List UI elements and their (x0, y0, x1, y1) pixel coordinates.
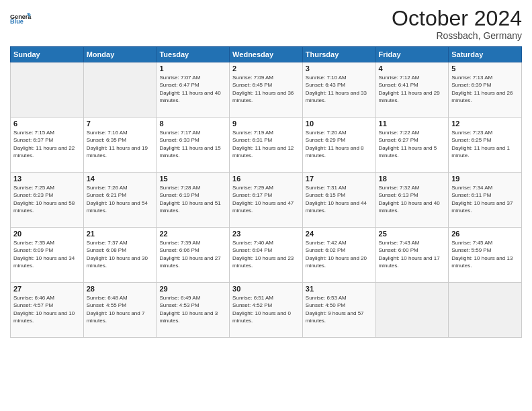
logo-svg: General Blue (10, 7, 32, 31)
day-number: 29 (159, 285, 226, 293)
day-number: 28 (87, 285, 154, 293)
day-info: Sunrise: 7:28 AM Sunset: 6:19 PM Dayligh… (159, 184, 226, 214)
table-cell: 14Sunrise: 7:26 AM Sunset: 6:21 PM Dayli… (83, 173, 157, 228)
table-cell: 3Sunrise: 7:10 AM Sunset: 6:43 PM Daylig… (302, 62, 375, 118)
day-number: 10 (306, 120, 373, 128)
table-cell: 27Sunrise: 6:46 AM Sunset: 4:57 PM Dayli… (11, 283, 84, 338)
day-info: Sunrise: 7:10 AM Sunset: 6:43 PM Dayligh… (306, 74, 373, 104)
table-cell: 19Sunrise: 7:34 AM Sunset: 6:11 PM Dayli… (449, 173, 522, 228)
col-friday: Friday (375, 47, 449, 62)
title-block: October 2024 Rossbach, Germany (392, 7, 522, 41)
day-number: 18 (379, 175, 446, 183)
table-cell: 16Sunrise: 7:29 AM Sunset: 6:17 PM Dayli… (230, 173, 303, 228)
day-info: Sunrise: 6:48 AM Sunset: 4:55 PM Dayligh… (87, 294, 154, 324)
table-cell: 18Sunrise: 7:32 AM Sunset: 6:13 PM Dayli… (375, 173, 449, 228)
day-info: Sunrise: 7:42 AM Sunset: 6:02 PM Dayligh… (306, 239, 373, 269)
page: General Blue October 2024 Rossbach, Germ… (0, 0, 532, 411)
table-cell: 12Sunrise: 7:23 AM Sunset: 6:25 PM Dayli… (449, 118, 522, 173)
day-number: 20 (13, 230, 81, 238)
day-info: Sunrise: 7:13 AM Sunset: 6:39 PM Dayligh… (451, 74, 519, 104)
day-info: Sunrise: 7:37 AM Sunset: 6:08 PM Dayligh… (87, 239, 154, 269)
table-cell: 25Sunrise: 7:43 AM Sunset: 6:00 PM Dayli… (375, 228, 449, 283)
day-number: 8 (159, 120, 226, 128)
day-number: 30 (232, 285, 300, 293)
day-number: 22 (159, 230, 226, 238)
day-info: Sunrise: 7:17 AM Sunset: 6:33 PM Dayligh… (159, 129, 226, 159)
day-number: 19 (451, 175, 519, 183)
day-info: Sunrise: 7:39 AM Sunset: 6:06 PM Dayligh… (159, 239, 226, 269)
table-cell (83, 62, 157, 118)
col-wednesday: Wednesday (230, 47, 303, 62)
table-cell (449, 283, 522, 338)
table-cell (375, 283, 449, 338)
day-number: 9 (232, 120, 300, 128)
table-cell: 30Sunrise: 6:51 AM Sunset: 4:52 PM Dayli… (230, 283, 303, 338)
day-number: 14 (87, 175, 154, 183)
table-cell: 28Sunrise: 6:48 AM Sunset: 4:55 PM Dayli… (83, 283, 157, 338)
day-info: Sunrise: 7:16 AM Sunset: 6:35 PM Dayligh… (87, 129, 154, 159)
day-number: 25 (379, 230, 446, 238)
table-cell: 31Sunrise: 6:53 AM Sunset: 4:50 PM Dayli… (302, 283, 375, 338)
day-number: 31 (306, 285, 373, 293)
day-info: Sunrise: 7:22 AM Sunset: 6:27 PM Dayligh… (379, 129, 446, 159)
day-number: 27 (13, 285, 81, 293)
day-info: Sunrise: 7:29 AM Sunset: 6:17 PM Dayligh… (232, 184, 300, 214)
day-number: 5 (451, 64, 519, 73)
day-number: 3 (306, 64, 373, 73)
day-info: Sunrise: 7:34 AM Sunset: 6:11 PM Dayligh… (451, 184, 519, 214)
col-sunday: Sunday (11, 47, 84, 62)
table-cell: 10Sunrise: 7:20 AM Sunset: 6:29 PM Dayli… (302, 118, 375, 173)
table-cell: 6Sunrise: 7:15 AM Sunset: 6:37 PM Daylig… (11, 118, 84, 173)
day-number: 1 (159, 64, 226, 73)
day-number: 16 (232, 175, 300, 183)
day-number: 24 (306, 230, 373, 238)
table-cell: 7Sunrise: 7:16 AM Sunset: 6:35 PM Daylig… (83, 118, 157, 173)
col-saturday: Saturday (449, 47, 522, 62)
day-info: Sunrise: 7:32 AM Sunset: 6:13 PM Dayligh… (379, 184, 446, 214)
table-cell: 5Sunrise: 7:13 AM Sunset: 6:39 PM Daylig… (449, 62, 522, 118)
table-cell: 4Sunrise: 7:12 AM Sunset: 6:41 PM Daylig… (375, 62, 449, 118)
day-info: Sunrise: 7:40 AM Sunset: 6:04 PM Dayligh… (232, 239, 300, 269)
table-cell: 1Sunrise: 7:07 AM Sunset: 6:47 PM Daylig… (157, 62, 230, 118)
table-cell: 21Sunrise: 7:37 AM Sunset: 6:08 PM Dayli… (83, 228, 157, 283)
day-number: 12 (451, 120, 519, 128)
day-number: 21 (87, 230, 154, 238)
day-number: 17 (306, 175, 373, 183)
day-info: Sunrise: 6:51 AM Sunset: 4:52 PM Dayligh… (232, 294, 300, 324)
month-title: October 2024 (392, 7, 522, 30)
day-info: Sunrise: 7:25 AM Sunset: 6:23 PM Dayligh… (13, 184, 81, 214)
table-cell: 13Sunrise: 7:25 AM Sunset: 6:23 PM Dayli… (11, 173, 84, 228)
day-number: 26 (451, 230, 519, 238)
table-cell: 11Sunrise: 7:22 AM Sunset: 6:27 PM Dayli… (375, 118, 449, 173)
day-info: Sunrise: 7:23 AM Sunset: 6:25 PM Dayligh… (451, 129, 519, 159)
table-cell: 2Sunrise: 7:09 AM Sunset: 6:45 PM Daylig… (230, 62, 303, 118)
day-info: Sunrise: 7:12 AM Sunset: 6:41 PM Dayligh… (379, 74, 446, 104)
day-number: 2 (232, 64, 300, 73)
day-info: Sunrise: 6:49 AM Sunset: 4:53 PM Dayligh… (159, 294, 226, 324)
table-cell: 26Sunrise: 7:45 AM Sunset: 5:59 PM Dayli… (449, 228, 522, 283)
day-info: Sunrise: 7:15 AM Sunset: 6:37 PM Dayligh… (13, 129, 81, 159)
table-cell: 23Sunrise: 7:40 AM Sunset: 6:04 PM Dayli… (230, 228, 303, 283)
day-info: Sunrise: 7:19 AM Sunset: 6:31 PM Dayligh… (232, 129, 300, 159)
day-number: 6 (13, 120, 81, 128)
day-number: 13 (13, 175, 81, 183)
day-info: Sunrise: 7:20 AM Sunset: 6:29 PM Dayligh… (306, 129, 373, 159)
svg-text:Blue: Blue (10, 18, 24, 25)
col-tuesday: Tuesday (157, 47, 230, 62)
day-number: 4 (379, 64, 446, 73)
table-cell: 20Sunrise: 7:35 AM Sunset: 6:09 PM Dayli… (11, 228, 84, 283)
col-thursday: Thursday (302, 47, 375, 62)
location: Rossbach, Germany (392, 30, 522, 41)
table-cell: 15Sunrise: 7:28 AM Sunset: 6:19 PM Dayli… (157, 173, 230, 228)
day-info: Sunrise: 7:45 AM Sunset: 5:59 PM Dayligh… (451, 239, 519, 269)
header: General Blue October 2024 Rossbach, Germ… (10, 7, 522, 41)
table-cell: 29Sunrise: 6:49 AM Sunset: 4:53 PM Dayli… (157, 283, 230, 338)
day-info: Sunrise: 6:46 AM Sunset: 4:57 PM Dayligh… (13, 294, 81, 324)
day-number: 23 (232, 230, 300, 238)
day-info: Sunrise: 7:31 AM Sunset: 6:15 PM Dayligh… (306, 184, 373, 214)
day-number: 11 (379, 120, 446, 128)
day-info: Sunrise: 7:43 AM Sunset: 6:00 PM Dayligh… (379, 239, 446, 269)
day-info: Sunrise: 7:07 AM Sunset: 6:47 PM Dayligh… (159, 74, 226, 104)
table-cell: 9Sunrise: 7:19 AM Sunset: 6:31 PM Daylig… (230, 118, 303, 173)
day-number: 7 (87, 120, 154, 128)
